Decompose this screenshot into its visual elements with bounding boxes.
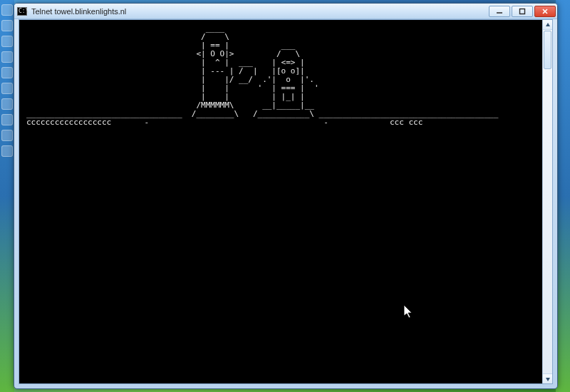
svg-marker-4: [546, 23, 550, 26]
maximize-icon: [519, 8, 526, 15]
desktop-icon[interactable]: [1, 20, 13, 31]
minimize-button[interactable]: [489, 6, 510, 17]
titlebar[interactable]: Telnet towel.blinkenlights.nl: [14, 4, 557, 19]
minimize-icon: [496, 8, 503, 15]
scroll-down-button[interactable]: [543, 373, 552, 383]
app-window: Telnet towel.blinkenlights.nl ____: [14, 3, 558, 389]
svg-marker-5: [546, 378, 550, 381]
desktop-icon[interactable]: [1, 130, 13, 141]
terminal-output: ____ / \ | == | ___ <| O O|> / \: [19, 20, 542, 383]
desktop-icon[interactable]: [1, 4, 13, 16]
desktop-icon[interactable]: [1, 67, 13, 78]
desktop-left-strip: [0, 0, 14, 392]
desktop-icon[interactable]: [1, 51, 13, 63]
chevron-up-icon: [545, 22, 551, 28]
desktop-icon[interactable]: [1, 98, 13, 110]
client-area: ____ / \ | == | ___ <| O O|> / \: [19, 19, 553, 384]
desktop-icon[interactable]: [1, 83, 13, 94]
svg-rect-1: [520, 9, 525, 14]
chevron-down-icon: [545, 376, 551, 382]
desktop-icon[interactable]: [1, 36, 13, 47]
desktop-icon[interactable]: [1, 114, 13, 125]
desktop-right-strip: [556, 0, 570, 392]
scroll-up-button[interactable]: [543, 20, 552, 30]
window-title: Telnet towel.blinkenlights.nl: [31, 7, 126, 16]
window-control-buttons: [489, 6, 556, 17]
desktop-icon[interactable]: [1, 145, 13, 157]
close-button[interactable]: [534, 6, 556, 17]
close-icon: [542, 8, 549, 15]
vertical-scrollbar[interactable]: [542, 20, 552, 383]
cmd-prompt-icon: [17, 7, 27, 16]
maximize-button[interactable]: [512, 6, 533, 17]
scroll-thumb[interactable]: [544, 31, 551, 69]
